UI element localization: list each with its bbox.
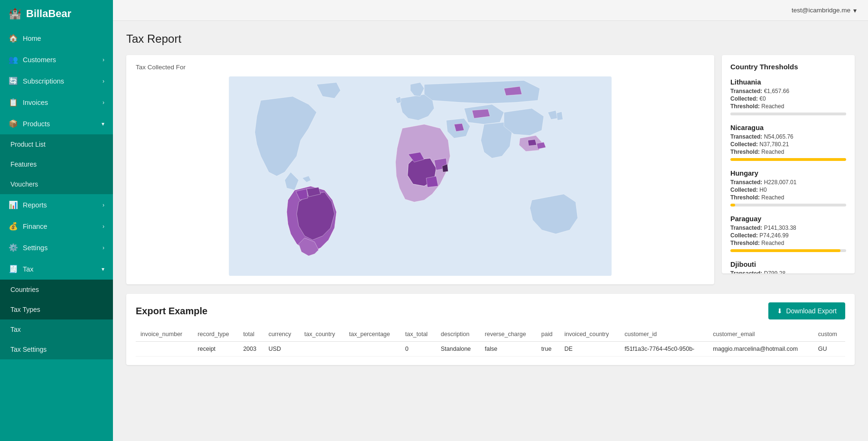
sidebar-icon-home: 🏠 (9, 34, 18, 43)
sidebar-item-subscriptions[interactable]: 🔄Subscriptions› (0, 70, 113, 92)
cell-currency: USD (264, 342, 300, 357)
sidebar-item-vouchers[interactable]: Vouchers (0, 174, 113, 194)
sidebar-label-customers: Customers (23, 56, 56, 64)
cell-customer_email: maggio.marcelina@hotmail.com (708, 342, 813, 357)
top-row: Tax Collected For (126, 55, 855, 284)
chevron-icon-customers: › (103, 56, 104, 63)
topbar: test@icambridge.me ▾ (113, 0, 868, 21)
threshold-transacted: Transacted: H228,007.01 (730, 179, 846, 186)
col-header-customer_id: customer_id (620, 327, 708, 342)
chevron-icon-tax: ▾ (102, 266, 104, 272)
thresholds-card: Country Thresholds Lithuania Transacted:… (722, 55, 855, 273)
sidebar-item-tax[interactable]: 🧾Tax▾ (0, 258, 113, 280)
threshold-collected: Collected: P74,246.99 (730, 232, 846, 239)
sidebar-label-tax-settings: Tax Settings (10, 346, 47, 353)
threshold-transacted: Transacted: D799.28 (730, 270, 846, 273)
chevron-icon-subscriptions: › (103, 78, 104, 84)
threshold-bar-fill (730, 204, 735, 206)
cell-record_type: receipt (193, 342, 239, 357)
sidebar-item-product-list[interactable]: Product List (0, 134, 113, 154)
cell-paid: true (537, 342, 560, 357)
export-section: Export Example ⬇ Download Export invoice… (126, 294, 855, 365)
threshold-collected: Collected: H0 (730, 187, 846, 193)
cell-tax_percentage (345, 342, 401, 357)
user-email: test@icambridge.me (792, 7, 850, 14)
sidebar-item-countries[interactable]: Countries (0, 280, 113, 300)
threshold-item-paraguay: Paraguay Transacted: P141,303.38 Collect… (730, 215, 846, 252)
col-header-tax_percentage: tax_percentage (345, 327, 401, 342)
user-chevron-icon[interactable]: ▾ (853, 7, 857, 14)
threshold-status: Threshold: Reached (730, 194, 846, 201)
threshold-bar-fill (730, 249, 840, 252)
sidebar-item-invoices[interactable]: 📋Invoices› (0, 92, 113, 113)
threshold-country: Djibouti (730, 261, 846, 268)
threshold-collected: Collected: N37,780.21 (730, 141, 846, 148)
threshold-country: Paraguay (730, 215, 846, 223)
sidebar-label-tax-types: Tax Types (10, 306, 40, 313)
sidebar-item-tax-settings[interactable]: Tax Settings (0, 339, 113, 359)
sidebar-label-finance: Finance (23, 223, 47, 230)
threshold-bar (730, 204, 846, 206)
world-map (136, 76, 705, 276)
sidebar-label-settings: Settings (23, 244, 47, 252)
col-header-tax_country: tax_country (299, 327, 344, 342)
sidebar-item-tax-types[interactable]: Tax Types (0, 300, 113, 319)
sidebar-label-tax: Tax (23, 265, 34, 273)
sidebar-item-customers[interactable]: 👥Customers› (0, 49, 113, 70)
export-table: invoice_numberrecord_typetotalcurrencyta… (136, 327, 845, 357)
thresholds-title: Country Thresholds (730, 63, 846, 71)
cell-total: 2003 (238, 342, 263, 357)
page-title: Tax Report (126, 32, 855, 46)
threshold-item-nicaragua: Nicaragua Transacted: N54,065.76 Collect… (730, 124, 846, 161)
download-export-button[interactable]: ⬇ Download Export (768, 302, 845, 319)
sidebar-item-reports[interactable]: 📊Reports› (0, 194, 113, 216)
threshold-item-lithuania: Lithuania Transacted: €1,657.66 Collecte… (730, 78, 846, 115)
chevron-icon-products: ▾ (102, 121, 104, 127)
sidebar-item-home[interactable]: 🏠Home (0, 28, 113, 49)
cell-description: Standalone (436, 342, 480, 357)
cell-reverse_charge: false (480, 342, 537, 357)
download-icon: ⬇ (777, 307, 783, 315)
threshold-transacted: Transacted: N54,065.76 (730, 133, 846, 140)
sidebar-label-product-list: Product List (10, 141, 46, 148)
brand-name: BillaBear (26, 8, 71, 20)
threshold-bar (730, 113, 846, 115)
export-table-wrapper: invoice_numberrecord_typetotalcurrencyta… (136, 327, 845, 357)
sidebar: 🏰 BillaBear 🏠Home👥Customers›🔄Subscriptio… (0, 0, 113, 441)
col-header-total: total (238, 327, 263, 342)
sidebar-label-reports: Reports (23, 201, 47, 209)
cell-custom: GU (813, 342, 845, 357)
map-card: Tax Collected For (126, 55, 714, 284)
sidebar-label-products: Products (23, 120, 50, 128)
sidebar-item-products[interactable]: 📦Products▾ (0, 113, 113, 134)
col-header-customer_email: customer_email (708, 327, 813, 342)
sidebar-icon-tax: 🧾 (9, 264, 18, 273)
sidebar-item-features[interactable]: Features (0, 154, 113, 174)
sidebar-icon-invoices: 📋 (9, 98, 18, 107)
threshold-item-hungary: Hungary Transacted: H228,007.01 Collecte… (730, 169, 846, 206)
col-header-invoiced_country: invoiced_country (560, 327, 620, 342)
sidebar-item-tax-item[interactable]: Tax (0, 319, 113, 339)
col-header-invoice_number: invoice_number (136, 327, 193, 342)
table-row: receipt2003USD0StandalonefalsetrueDEf51f… (136, 342, 845, 357)
sidebar-icon-settings: ⚙️ (9, 243, 18, 252)
chevron-icon-invoices: › (103, 99, 104, 106)
thresholds-list: Lithuania Transacted: €1,657.66 Collecte… (730, 78, 846, 273)
col-header-custom: custom (813, 327, 845, 342)
cell-tax_total: 0 (401, 342, 436, 357)
main-content: test@icambridge.me ▾ Tax Report Tax Coll… (113, 0, 868, 441)
threshold-country: Lithuania (730, 78, 846, 86)
sidebar-label-invoices: Invoices (23, 99, 48, 106)
download-label: Download Export (786, 307, 837, 315)
sidebar-item-finance[interactable]: 💰Finance› (0, 216, 113, 237)
sidebar-item-settings[interactable]: ⚙️Settings› (0, 237, 113, 258)
col-header-record_type: record_type (193, 327, 239, 342)
logo-icon: 🏰 (9, 8, 21, 20)
export-header: Export Example ⬇ Download Export (136, 302, 845, 319)
threshold-item-djibouti: Djibouti Transacted: D799.28 Collected: … (730, 261, 846, 273)
map-label: Tax Collected For (136, 64, 705, 71)
sidebar-label-features: Features (10, 160, 37, 168)
sidebar-icon-finance: 💰 (9, 222, 18, 231)
brand-logo[interactable]: 🏰 BillaBear (0, 0, 113, 28)
col-header-currency: currency (264, 327, 300, 342)
